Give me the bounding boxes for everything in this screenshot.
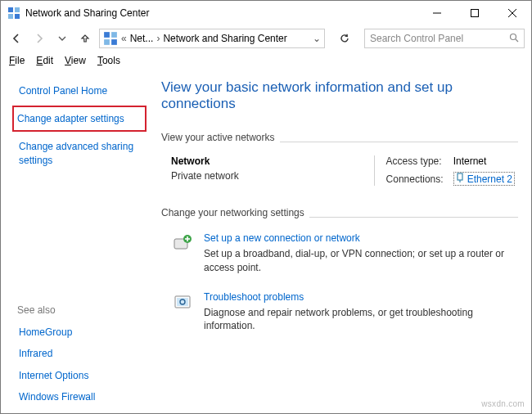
chevron-right-icon[interactable]: › xyxy=(156,33,160,44)
svg-rect-14 xyxy=(458,173,462,180)
minimize-button[interactable] xyxy=(418,1,456,25)
back-button[interactable] xyxy=(7,29,25,47)
main-panel: View your basic network information and … xyxy=(153,71,531,414)
titlebar: Network and Sharing Center xyxy=(1,1,531,25)
app-icon xyxy=(7,7,20,20)
sidebar: Control Panel Home Change adapter settin… xyxy=(1,71,153,414)
breadcrumb-item[interactable]: Network and Sharing Center xyxy=(163,33,286,44)
search-box[interactable] xyxy=(364,29,525,48)
page-heading: View your basic network information and … xyxy=(161,79,518,112)
sidebar-windows-firewall[interactable]: Windows Firewall xyxy=(17,389,145,405)
menu-file[interactable]: File xyxy=(9,55,25,66)
chevron-down-icon[interactable]: ⌄ xyxy=(313,33,321,44)
sidebar-control-panel-home[interactable]: Control Panel Home xyxy=(17,81,145,101)
troubleshoot-icon xyxy=(171,291,194,314)
forward-button[interactable] xyxy=(30,29,48,47)
svg-rect-2 xyxy=(8,14,13,19)
close-button[interactable] xyxy=(494,1,531,25)
setup-connection-icon xyxy=(171,232,194,255)
sidebar-homegroup[interactable]: HomeGroup xyxy=(17,324,145,340)
svg-rect-0 xyxy=(8,7,13,12)
active-networks-label: View your active networks xyxy=(161,125,518,137)
access-type-label: Access type: xyxy=(386,155,444,167)
network-type: Private network xyxy=(171,170,363,182)
breadcrumb-item[interactable]: Net... xyxy=(130,33,154,44)
recent-dropdown[interactable] xyxy=(53,29,71,47)
svg-rect-5 xyxy=(471,10,479,17)
watermark: wsxdn.com xyxy=(481,399,525,408)
up-button[interactable] xyxy=(76,29,94,47)
menubar: File Edit View Tools xyxy=(1,52,531,71)
sidebar-internet-options[interactable]: Internet Options xyxy=(17,367,145,384)
access-type-value: Internet xyxy=(453,155,515,167)
search-icon[interactable] xyxy=(509,33,519,45)
svg-rect-10 xyxy=(104,39,110,45)
troubleshoot-desc: Diagnose and repair network problems, or… xyxy=(204,306,518,334)
troubleshoot-item[interactable]: Troubleshoot problems Diagnose and repai… xyxy=(161,286,518,345)
network-entry: Network Private network Access type: Int… xyxy=(161,152,518,200)
svg-rect-3 xyxy=(15,14,20,19)
menu-tools[interactable]: Tools xyxy=(97,55,120,66)
svg-rect-1 xyxy=(15,7,20,12)
menu-edit[interactable]: Edit xyxy=(36,55,53,66)
setup-connection-desc: Set up a broadband, dial-up, or VPN conn… xyxy=(204,247,518,275)
svg-rect-11 xyxy=(111,39,117,45)
address-bar[interactable]: « Net... › Network and Sharing Center ⌄ xyxy=(99,29,325,48)
breadcrumb-icon xyxy=(103,31,118,46)
sidebar-change-advanced-sharing[interactable]: Change advanced sharing settings xyxy=(17,137,145,169)
content-area: Control Panel Home Change adapter settin… xyxy=(1,71,531,414)
chevron-right-icon[interactable]: « xyxy=(121,33,127,44)
troubleshoot-title[interactable]: Troubleshoot problems xyxy=(204,291,518,303)
maximize-button[interactable] xyxy=(456,1,494,25)
sidebar-infrared[interactable]: Infrared xyxy=(17,345,145,362)
sidebar-change-adapter-settings[interactable]: Change adapter settings xyxy=(12,106,147,132)
svg-rect-9 xyxy=(111,32,117,38)
menu-view[interactable]: View xyxy=(65,55,86,66)
nic-icon xyxy=(456,173,464,185)
svg-line-13 xyxy=(516,39,518,42)
refresh-button[interactable] xyxy=(335,29,354,48)
connection-link[interactable]: Ethernet 2 xyxy=(453,172,515,186)
search-input[interactable] xyxy=(370,33,519,44)
toolbar: « Net... › Network and Sharing Center ⌄ xyxy=(1,25,531,52)
see-also-heading: See also xyxy=(17,304,145,316)
change-settings-label: Change your networking settings xyxy=(161,200,518,212)
svg-rect-8 xyxy=(104,32,110,38)
connections-label: Connections: xyxy=(386,173,444,185)
setup-connection-item[interactable]: Set up a new connection or network Set u… xyxy=(161,227,518,286)
svg-point-12 xyxy=(511,34,516,39)
window-title: Network and Sharing Center xyxy=(25,7,418,19)
network-name: Network xyxy=(171,155,363,167)
setup-connection-title[interactable]: Set up a new connection or network xyxy=(204,232,518,244)
